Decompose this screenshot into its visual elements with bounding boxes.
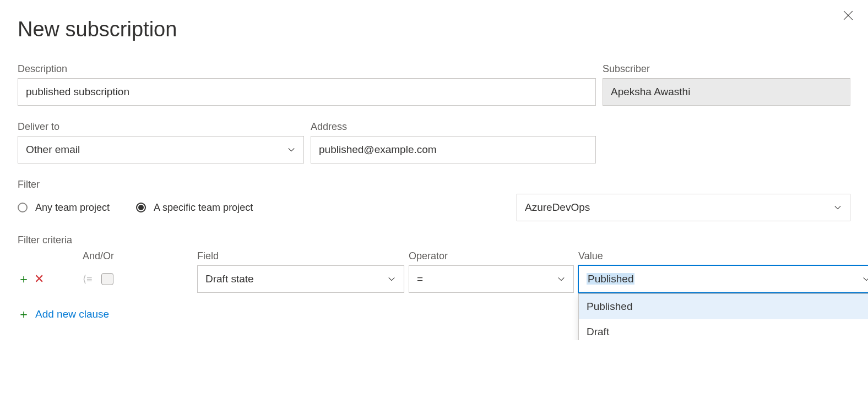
deliver-to-value: Other email <box>26 144 80 156</box>
value-select[interactable]: Published Published Draft <box>578 265 868 293</box>
chevron-down-icon <box>862 275 868 283</box>
criteria-headers: And/Or Field Operator Value <box>18 250 850 262</box>
radio-icon <box>136 203 146 212</box>
dialog-title: New subscription <box>18 18 850 41</box>
field-value: Draft state <box>205 273 254 285</box>
add-new-clause-label: Add new clause <box>35 308 109 320</box>
andor-checkbox[interactable] <box>101 273 113 285</box>
field-select[interactable]: Draft state <box>197 265 404 293</box>
chevron-down-icon <box>833 203 842 212</box>
group-clauses-icon[interactable]: ⟨≡ <box>83 273 93 285</box>
header-operator: Operator <box>409 250 574 262</box>
radio-any-team-project[interactable]: Any team project <box>18 202 110 214</box>
close-button[interactable] <box>842 9 855 22</box>
description-label: Description <box>18 63 596 75</box>
filter-criteria-label: Filter criteria <box>18 234 850 246</box>
header-field: Field <box>197 250 404 262</box>
criteria-row: ＋ ✕ ⟨≡ Draft state = Published Publishe <box>18 265 850 293</box>
operator-value: = <box>417 273 423 285</box>
subscriber-field: Apeksha Awasthi <box>603 78 850 106</box>
filter-label: Filter <box>18 179 850 190</box>
deliver-to-label: Deliver to <box>18 121 304 133</box>
description-input[interactable] <box>18 78 596 106</box>
value-selected: Published <box>587 273 634 285</box>
add-clause-icon[interactable]: ＋ <box>18 271 30 287</box>
close-icon <box>843 10 853 20</box>
operator-select[interactable]: = <box>409 265 574 293</box>
value-dropdown: Published Draft <box>578 293 868 340</box>
chevron-down-icon <box>387 275 396 283</box>
header-andor: And/Or <box>83 250 193 262</box>
radio-specific-label: A specific team project <box>154 202 253 214</box>
deliver-to-select[interactable]: Other email <box>18 136 304 163</box>
plus-icon: ＋ <box>18 306 30 323</box>
team-project-value: AzureDevOps <box>525 201 590 214</box>
subscriber-label: Subscriber <box>603 63 850 75</box>
address-label: Address <box>311 121 596 133</box>
value-option-draft[interactable]: Draft <box>579 319 868 340</box>
radio-specific-team-project[interactable]: A specific team project <box>136 202 253 214</box>
subscriber-value: Apeksha Awasthi <box>611 86 690 98</box>
value-option-published[interactable]: Published <box>579 294 868 319</box>
team-project-select[interactable]: AzureDevOps <box>517 194 850 221</box>
header-value: Value <box>578 250 868 262</box>
chevron-down-icon <box>557 275 566 283</box>
remove-clause-icon[interactable]: ✕ <box>34 272 44 286</box>
radio-any-label: Any team project <box>35 202 110 214</box>
radio-icon <box>18 203 28 212</box>
new-subscription-dialog: New subscription Description Subscriber … <box>0 0 868 340</box>
chevron-down-icon <box>287 145 296 154</box>
address-input[interactable] <box>311 136 596 163</box>
